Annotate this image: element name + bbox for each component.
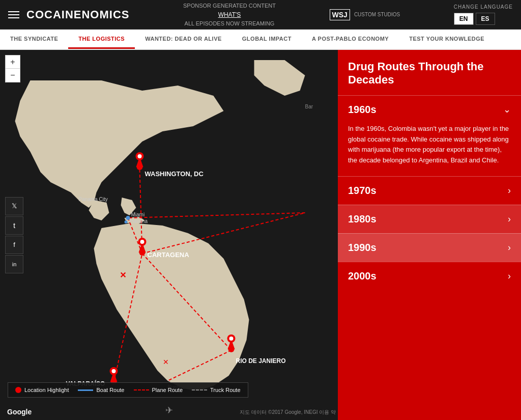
nav-item-the-logistics[interactable]: THE LOGISTICS xyxy=(68,30,135,49)
site-title: COCAINENOMICS xyxy=(26,8,129,21)
decade-section-1980s: 1980s›The 1980s saw the rise of the Mede… xyxy=(338,205,521,233)
svg-point-21 xyxy=(229,337,234,341)
language-buttons: EN ES xyxy=(454,13,513,25)
nav-item-test-your-knowledge[interactable]: TEST YOUR KNOWLEDGE xyxy=(399,30,495,49)
decade-chevron-1960s: ⌄ xyxy=(503,104,511,115)
decade-chevron-1990s: › xyxy=(508,242,511,253)
decade-chevron-2000s: › xyxy=(508,271,511,282)
svg-text:CARTAGENA: CARTAGENA xyxy=(148,251,190,259)
truck-line xyxy=(192,389,207,390)
decade-section-1960s: 1960s⌄In the 1960s, Colombia wasn't yet … xyxy=(338,95,521,176)
decades-container: 1960s⌄In the 1960s, Colombia wasn't yet … xyxy=(338,95,521,290)
decade-label-1980s: 1980s xyxy=(348,213,377,225)
location-label: Location Highlight xyxy=(24,387,69,393)
decade-section-1990s: 1990s›In the 1990s, the Cali Cartel took… xyxy=(338,233,521,262)
streaming-label: ALL EPISODES NOW STREAMING xyxy=(185,20,275,26)
legend-plane: Plane Route xyxy=(134,387,183,393)
svg-point-27 xyxy=(125,220,128,223)
plane-line xyxy=(134,389,149,391)
social-buttons: 𝕏 t f in xyxy=(5,197,23,273)
map-legend: Location Highlight Boat Route Plane Rout… xyxy=(8,382,248,398)
decade-label-1990s: 1990s xyxy=(348,242,377,254)
decade-section-2000s: 2000s›In the 2000s, Mexican cartels took… xyxy=(338,262,521,290)
svg-point-13 xyxy=(138,154,142,158)
legend-boat: Boat Route xyxy=(78,387,124,393)
zoom-out-button[interactable]: − xyxy=(6,69,20,82)
nav-item-global-impact[interactable]: GLOBAL IMPACT xyxy=(232,30,302,49)
legend-location: Location Highlight xyxy=(15,387,69,393)
legend-truck: Truck Route xyxy=(192,387,241,393)
svg-text:Havana: Havana xyxy=(130,218,148,224)
decade-chevron-1970s: › xyxy=(508,185,511,196)
hamburger-menu[interactable] xyxy=(8,11,19,18)
decade-header-2000s[interactable]: 2000s› xyxy=(338,262,521,290)
nav-item-a-post-pablo-economy[interactable]: A POST-PABLO ECONOMY xyxy=(302,30,399,49)
decade-section-1970s: 1970s›In the 1970s, Colombian trafficker… xyxy=(338,176,521,205)
main-content: ✕ ✕ WAS xyxy=(0,50,521,420)
decade-label-1970s: 1970s xyxy=(348,185,377,197)
twitter-icon: 𝕏 xyxy=(12,202,17,210)
facebook-button[interactable]: f xyxy=(5,236,23,254)
tumblr-icon: t xyxy=(13,221,15,230)
truck-label: Truck Route xyxy=(210,387,241,393)
decade-label-1960s: 1960s xyxy=(348,104,377,116)
svg-point-17 xyxy=(140,240,144,244)
zoom-controls: + − xyxy=(5,55,20,82)
svg-text:Panama City: Panama City xyxy=(79,197,108,202)
lang-es-button[interactable]: ES xyxy=(476,13,495,25)
sponsor-label: SPONSOR GENERATED CONTENT xyxy=(183,3,276,9)
decade-chevron-1980s: › xyxy=(508,214,511,225)
svg-point-26 xyxy=(126,216,130,220)
svg-text:Miami: Miami xyxy=(131,212,145,217)
svg-point-25 xyxy=(112,369,116,373)
map-svg: ✕ ✕ WAS xyxy=(0,50,338,420)
twitter-button[interactable]: 𝕏 xyxy=(5,197,23,215)
custom-label: CUSTOM STUDIOS xyxy=(354,12,400,17)
header-right: CHANGE LANGUAGE EN ES xyxy=(454,4,513,25)
header-center: SPONSOR GENERATED CONTENT WHAT'S ALL EPI… xyxy=(183,2,276,27)
wsj-logo-area: WSJ CUSTOM STUDIOS xyxy=(330,9,400,20)
right-panel: Drug Routes Through the Decades 1960s⌄In… xyxy=(338,50,521,420)
zoom-in-button[interactable]: + xyxy=(6,55,20,69)
decade-content-1960s: In the 1960s, Colombia wasn't yet a majo… xyxy=(338,124,521,176)
svg-text:✕: ✕ xyxy=(163,358,169,366)
wsj-logo: WSJ xyxy=(330,9,350,20)
navigation: THE SYNDICATETHE LOGISTICSWANTED: DEAD O… xyxy=(0,30,521,50)
location-dot xyxy=(15,387,21,393)
decade-header-1960s[interactable]: 1960s⌄ xyxy=(338,96,521,124)
svg-text:RIO DE JANIERO: RIO DE JANIERO xyxy=(236,357,286,365)
nav-item-the-syndicate[interactable]: THE SYNDICATE xyxy=(0,30,68,49)
map-attribution: 지도 데이터 ©2017 Google, INEGI 이용 약 xyxy=(240,409,336,416)
svg-text:✕: ✕ xyxy=(120,271,126,279)
facebook-icon: f xyxy=(13,241,15,248)
svg-text:WASHINGTON, DC: WASHINGTON, DC xyxy=(145,170,204,178)
linkedin-button[interactable]: in xyxy=(5,255,23,273)
whats-link[interactable]: WHAT'S xyxy=(183,10,276,19)
change-language-label: CHANGE LANGUAGE xyxy=(454,4,513,10)
linkedin-icon: in xyxy=(12,261,17,267)
decade-header-1990s[interactable]: 1990s› xyxy=(338,234,521,262)
plane-label: Plane Route xyxy=(152,387,183,393)
boat-label: Boat Route xyxy=(96,387,124,393)
airplane-icon: ✈ xyxy=(165,405,173,416)
header-left: COCAINENOMICS xyxy=(8,8,129,21)
decade-header-1970s[interactable]: 1970s› xyxy=(338,177,521,205)
tumblr-button[interactable]: t xyxy=(5,216,23,235)
nav-item-wanted--dead-or-alive[interactable]: WANTED: DEAD OR ALIVE xyxy=(135,30,232,49)
header: COCAINENOMICS SPONSOR GENERATED CONTENT … xyxy=(0,0,521,30)
panel-title: Drug Routes Through the Decades xyxy=(338,50,521,95)
decade-header-1980s[interactable]: 1980s› xyxy=(338,205,521,233)
lang-en-button[interactable]: EN xyxy=(454,13,474,25)
svg-text:Bar: Bar xyxy=(305,104,313,109)
boat-line xyxy=(78,389,93,391)
google-attribution: Google xyxy=(7,408,32,416)
decade-label-2000s: 2000s xyxy=(348,270,377,282)
map-area[interactable]: ✕ ✕ WAS xyxy=(0,50,338,420)
